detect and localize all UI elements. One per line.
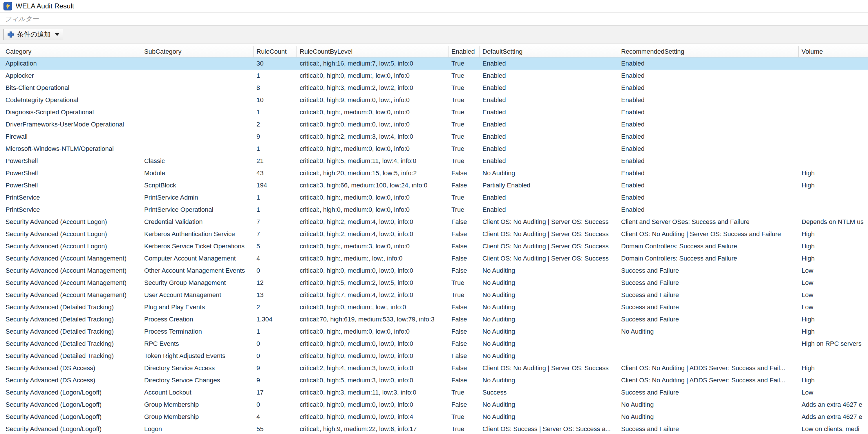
- cell-enabled: False: [448, 228, 479, 240]
- cell-rulecount: 9: [253, 374, 297, 386]
- cell-volume: High: [799, 240, 868, 252]
- cell-subcategory: Process Termination: [141, 326, 253, 338]
- cell-defaultsetting: Enabled: [479, 70, 618, 82]
- table-row[interactable]: Security Advanced (Logon/Logoff)Group Me…: [0, 399, 868, 411]
- cell-recommendedsetting: Enabled: [618, 179, 799, 191]
- cell-category: Security Advanced (Logon/Logoff): [0, 411, 141, 423]
- table-row[interactable]: Microsoft-Windows-NTLM/Operational1criti…: [0, 143, 868, 155]
- cell-volume: Low: [799, 386, 868, 399]
- table-row[interactable]: Diagnosis-Scripted Operational1critical:…: [0, 106, 868, 118]
- add-condition-button[interactable]: 条件の追加: [3, 29, 63, 40]
- cell-rulecount: 1: [253, 326, 297, 338]
- cell-defaultsetting: No Auditing: [479, 301, 618, 313]
- table-row[interactable]: Security Advanced (Logon/Logoff)Group Me…: [0, 411, 868, 423]
- table-row[interactable]: Security Advanced (Account Management)Us…: [0, 289, 868, 301]
- table-row[interactable]: PowerShellScriptBlock194critical:3, high…: [0, 179, 868, 191]
- table-row[interactable]: Bits-Client Operational8critical:0, high…: [0, 82, 868, 94]
- column-header-defaultsetting[interactable]: DefaultSetting: [479, 46, 618, 57]
- table-row[interactable]: Security Advanced (Account Management)Se…: [0, 277, 868, 289]
- table-row[interactable]: Security Advanced (Logon/Logoff)Account …: [0, 386, 868, 399]
- cell-rulecountbylevel: critical:0, high:5, medium:2, low:5, inf…: [297, 277, 448, 289]
- cell-volume: [799, 57, 868, 70]
- column-header-rulecountbylevel[interactable]: RuleCountByLevel: [297, 46, 448, 57]
- table-row[interactable]: Firewall9critical:0, high:2, medium:3, l…: [0, 130, 868, 143]
- cell-rulecountbylevel: critical:0, high:5, medium:11, low:4, in…: [297, 155, 448, 167]
- column-header-category[interactable]: Category: [0, 46, 141, 57]
- cell-enabled: True: [448, 411, 479, 423]
- filter-input[interactable]: [0, 12, 868, 26]
- column-header-enabled[interactable]: Enabled: [448, 46, 479, 57]
- table-row[interactable]: Security Advanced (Account Management)Ot…: [0, 265, 868, 277]
- cell-subcategory: [141, 94, 253, 106]
- cell-subcategory: [141, 70, 253, 82]
- cell-rulecountbylevel: critical:0, high:0, medium:0, low:0, inf…: [297, 350, 448, 362]
- cell-enabled: True: [448, 423, 479, 434]
- column-header-rulecount[interactable]: RuleCount: [253, 46, 297, 57]
- cell-volume: Low: [799, 265, 868, 277]
- cell-category: Applocker: [0, 70, 141, 82]
- cell-defaultsetting: Enabled: [479, 82, 618, 94]
- cell-category: Security Advanced (Account Management): [0, 277, 141, 289]
- cell-category: PowerShell: [0, 167, 141, 179]
- cell-category: PrintService: [0, 191, 141, 204]
- cell-defaultsetting: Enabled: [479, 94, 618, 106]
- cell-category: Security Advanced (Detailed Tracking): [0, 350, 141, 362]
- cell-rulecountbylevel: critical:0, high:0, medium:0, low:, info…: [297, 118, 448, 130]
- cell-volume: High: [799, 374, 868, 386]
- table-row[interactable]: Security Advanced (Account Logon)Kerbero…: [0, 240, 868, 252]
- table-row[interactable]: Security Advanced (Account Logon)Credent…: [0, 216, 868, 228]
- cell-subcategory: [141, 118, 253, 130]
- cell-recommendedsetting: No Auditing: [618, 399, 799, 411]
- cell-rulecount: 12: [253, 277, 297, 289]
- table-row[interactable]: Security Advanced (Account Logon)Kerbero…: [0, 228, 868, 240]
- cell-category: Security Advanced (Account Logon): [0, 228, 141, 240]
- cell-rulecountbylevel: critical:70, high:619, medium:533, low:7…: [297, 313, 448, 326]
- cell-subcategory: Module: [141, 167, 253, 179]
- cell-rulecount: 5: [253, 240, 297, 252]
- table-row[interactable]: Security Advanced (Detailed Tracking)RPC…: [0, 338, 868, 350]
- column-header-recommendedsetting[interactable]: RecommendedSetting: [618, 46, 799, 57]
- cell-defaultsetting: No Auditing: [479, 289, 618, 301]
- table-row[interactable]: Applocker1critical:0, high:0, medium:, l…: [0, 70, 868, 82]
- table-row[interactable]: Security Advanced (Detailed Tracking)Plu…: [0, 301, 868, 313]
- table-row[interactable]: CodeIntegrity Operational10critical:0, h…: [0, 94, 868, 106]
- cell-recommendedsetting: Enabled: [618, 94, 799, 106]
- cell-subcategory: PrintService Admin: [141, 191, 253, 204]
- table-row[interactable]: PrintServicePrintService Operational1cri…: [0, 204, 868, 216]
- cell-defaultsetting: No Auditing: [479, 326, 618, 338]
- cell-enabled: False: [448, 301, 479, 313]
- cell-rulecount: 4: [253, 252, 297, 265]
- table-row[interactable]: Security Advanced (Detailed Tracking)Tok…: [0, 350, 868, 362]
- cell-category: Security Advanced (Logon/Logoff): [0, 399, 141, 411]
- table-row[interactable]: PrintServicePrintService Admin1critical:…: [0, 191, 868, 204]
- cell-recommendedsetting: Domain Controllers: Success and Failure: [618, 252, 799, 265]
- table-row[interactable]: PowerShellClassic21critical:0, high:5, m…: [0, 155, 868, 167]
- cell-subcategory: Classic: [141, 155, 253, 167]
- cell-subcategory: Directory Service Access: [141, 362, 253, 374]
- cell-rulecount: 2: [253, 118, 297, 130]
- cell-enabled: True: [448, 118, 479, 130]
- cell-recommendedsetting: Success and Failure: [618, 386, 799, 399]
- table-row[interactable]: Security Advanced (Detailed Tracking)Pro…: [0, 326, 868, 338]
- table-row[interactable]: DriverFrameworks-UserMode Operational2cr…: [0, 118, 868, 130]
- cell-volume: Low: [799, 301, 868, 313]
- table-row[interactable]: Security Advanced (Account Management)Co…: [0, 252, 868, 265]
- table-row[interactable]: Application30critical:, high:16, medium:…: [0, 57, 868, 70]
- cell-defaultsetting: No Auditing: [479, 313, 618, 326]
- table-row[interactable]: Security Advanced (DS Access)Directory S…: [0, 374, 868, 386]
- cell-rulecountbylevel: critical:0, high:0, medium:0, low:0, inf…: [297, 411, 448, 423]
- table-row[interactable]: Security Advanced (Detailed Tracking)Pro…: [0, 313, 868, 326]
- column-header-subcategory[interactable]: SubCategory: [141, 46, 253, 57]
- cell-defaultsetting: No Auditing: [479, 167, 618, 179]
- table-row[interactable]: Security Advanced (Logon/Logoff)Logon55c…: [0, 423, 868, 434]
- cell-defaultsetting: Enabled: [479, 143, 618, 155]
- cell-subcategory: [141, 106, 253, 118]
- cell-recommendedsetting: Enabled: [618, 191, 799, 204]
- table-row[interactable]: Security Advanced (DS Access)Directory S…: [0, 362, 868, 374]
- cell-rulecountbylevel: critical:0, high:3, medium:11, low:3, in…: [297, 386, 448, 399]
- cell-recommendedsetting: Enabled: [618, 118, 799, 130]
- cell-rulecount: 194: [253, 179, 297, 191]
- cell-rulecount: 17: [253, 386, 297, 399]
- table-row[interactable]: PowerShellModule43critical:, high:20, me…: [0, 167, 868, 179]
- column-header-volume[interactable]: Volume: [799, 46, 868, 57]
